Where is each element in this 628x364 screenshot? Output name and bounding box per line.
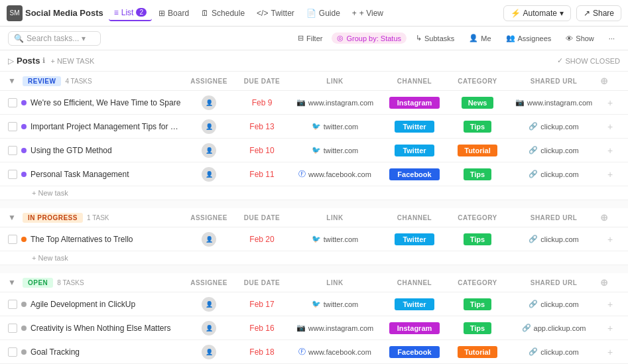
task-checkbox[interactable] — [8, 170, 17, 179]
task-date: Feb 10 — [235, 146, 288, 155]
task-category: Tips — [448, 233, 507, 245]
task-checkbox[interactable] — [8, 347, 17, 357]
task-checkbox[interactable] — [8, 235, 17, 244]
list-icon: ≡ — [114, 8, 119, 17]
tab-guide[interactable]: 📄 Guide — [301, 6, 345, 21]
tab-schedule[interactable]: 🗓 Schedule — [196, 6, 250, 21]
task-checkbox[interactable] — [8, 146, 17, 155]
url-icon: 🔗 — [529, 347, 538, 356]
task-name[interactable]: Using the GTD Method — [31, 146, 182, 155]
review-toggle-icon[interactable]: ▼ — [8, 76, 19, 86]
collapse-posts-icon[interactable]: ▷ — [8, 56, 14, 66]
table-row: Agile Development in ClickUp 👤 Feb 17 🐦 … — [0, 292, 628, 316]
avatar: 👤 — [202, 143, 216, 158]
task-color-dot — [21, 302, 27, 307]
table-row: Important Project Management Tips for St… — [0, 115, 628, 139]
task-url: 🔗 clickup.com — [507, 146, 600, 154]
open-count: 8 TASKS — [57, 279, 84, 286]
task-assignee: 👤 — [182, 143, 235, 158]
task-name[interactable]: Creativity is When Nothing Else Matters — [31, 324, 182, 333]
task-add-btn[interactable]: + — [600, 347, 620, 357]
me-button[interactable]: 👤 Me — [464, 32, 496, 44]
task-link: 📷 www.instagram.com — [288, 98, 381, 107]
category-badge: Tips — [464, 322, 491, 334]
tab-board[interactable]: ⊞ Board — [153, 6, 194, 21]
col-add-inprogress[interactable]: ⊕ — [600, 212, 620, 223]
more-options-button[interactable]: ··· — [603, 32, 620, 44]
search-chevron-icon: ▾ — [82, 34, 86, 43]
group-status-button[interactable]: ◎ Group by: Status — [332, 32, 407, 44]
task-date: Feb 16 — [235, 324, 288, 333]
tab-add-view[interactable]: + + View — [347, 6, 389, 21]
add-new-task-review[interactable]: + New task — [0, 186, 628, 200]
category-badge: Tips — [464, 233, 491, 245]
task-assignee: 👤 — [182, 345, 235, 359]
subtasks-icon: ↳ — [416, 34, 422, 42]
new-task-button[interactable]: + NEW TASK — [50, 57, 94, 65]
me-icon: 👤 — [469, 34, 478, 42]
tab-list[interactable]: ≡ List 2 — [109, 5, 152, 21]
tab-twitter[interactable]: </> Twitter — [251, 6, 300, 21]
review-status-badge: REVIEW — [23, 76, 61, 86]
add-new-task-inprogress[interactable]: + New task — [0, 251, 628, 265]
assignees-button[interactable]: 👥 Assignees — [501, 32, 557, 44]
url-icon: 🔗 — [529, 300, 538, 308]
task-channel: Instagram — [381, 322, 448, 334]
filter-button[interactable]: ⊟ Filter — [292, 32, 328, 44]
task-checkbox[interactable] — [8, 324, 17, 333]
search-box[interactable]: 🔍 Search tasks... ▾ — [8, 31, 101, 46]
col-assignee-label: ASSIGNEE — [182, 78, 235, 85]
task-color-dot — [21, 237, 27, 242]
inprogress-count: 1 TASK — [87, 214, 109, 221]
avatar: 👤 — [202, 167, 216, 182]
task-name[interactable]: We're so Efficient, We Have Time to Spar… — [31, 98, 182, 107]
task-add-btn[interactable]: + — [600, 145, 620, 156]
task-name[interactable]: The Top Alternatives to Trello — [31, 235, 182, 244]
task-add-btn[interactable]: + — [600, 121, 620, 132]
search-placeholder: Search tasks... — [27, 34, 79, 43]
channel-badge: Instagram — [389, 97, 440, 109]
section-header-open: ▼ OPEN 8 TASKS ASSIGNEE DUE DATE LINK CH… — [0, 273, 628, 292]
share-button[interactable]: ↗ Share — [576, 5, 621, 21]
section-header-review: ▼ REVIEW 4 TASKS ASSIGNEE DUE DATE LINK … — [0, 72, 628, 91]
task-name[interactable]: Agile Development in ClickUp — [31, 300, 182, 309]
col-add-review[interactable]: ⊕ — [600, 76, 620, 86]
url-icon: 🔗 — [522, 324, 531, 332]
avatar: 👤 — [202, 345, 216, 359]
col-channel-label: CHANNEL — [381, 214, 448, 221]
task-checkbox[interactable] — [8, 98, 17, 107]
subtasks-button[interactable]: ↳ Subtasks — [410, 32, 460, 44]
task-name[interactable]: Personal Task Management — [31, 170, 182, 179]
task-name[interactable]: Goal Tracking — [31, 347, 182, 357]
inprogress-toggle-icon[interactable]: ▼ — [8, 213, 19, 222]
ellipsis-icon: ··· — [609, 34, 615, 42]
task-link: Ⓕ www.facebook.com — [288, 347, 381, 357]
show-closed-button[interactable]: ✓ SHOW CLOSED — [557, 56, 620, 65]
task-link: 🐦 twitter.com — [288, 300, 381, 308]
col-category-label: CATEGORY — [448, 279, 507, 286]
task-assignee: 👤 — [182, 119, 235, 134]
show-button[interactable]: 👁 Show — [560, 32, 599, 44]
open-toggle-icon[interactable]: ▼ — [8, 278, 19, 287]
task-checkbox[interactable] — [8, 122, 17, 131]
task-add-btn[interactable]: + — [600, 299, 620, 310]
task-add-btn[interactable]: + — [600, 97, 620, 108]
guide-icon: 📄 — [306, 9, 316, 18]
section-header-inprogress: ▼ IN PROGRESS 1 TASK ASSIGNEE DUE DATE L… — [0, 208, 628, 227]
task-link: Ⓕ www.facebook.com — [288, 169, 381, 179]
category-badge: News — [462, 97, 494, 109]
channel-badge: Twitter — [395, 145, 434, 156]
twitter-icon: 🐦 — [312, 122, 321, 131]
nav-right: ⚡ Automate ▾ ↗ Share — [503, 5, 621, 21]
section-spacer-2 — [0, 265, 628, 273]
task-name[interactable]: Important Project Management Tips for St… — [31, 122, 182, 131]
automate-button[interactable]: ⚡ Automate ▾ — [503, 5, 571, 21]
task-add-btn[interactable]: + — [600, 323, 620, 334]
posts-info: ℹ — [42, 56, 45, 65]
col-add-open[interactable]: ⊕ — [600, 277, 620, 288]
task-date: Feb 9 — [235, 98, 288, 107]
twitter-icon: </> — [257, 9, 268, 18]
task-checkbox[interactable] — [8, 300, 17, 309]
task-add-btn[interactable]: + — [600, 169, 620, 180]
task-add-btn[interactable]: + — [600, 234, 620, 245]
